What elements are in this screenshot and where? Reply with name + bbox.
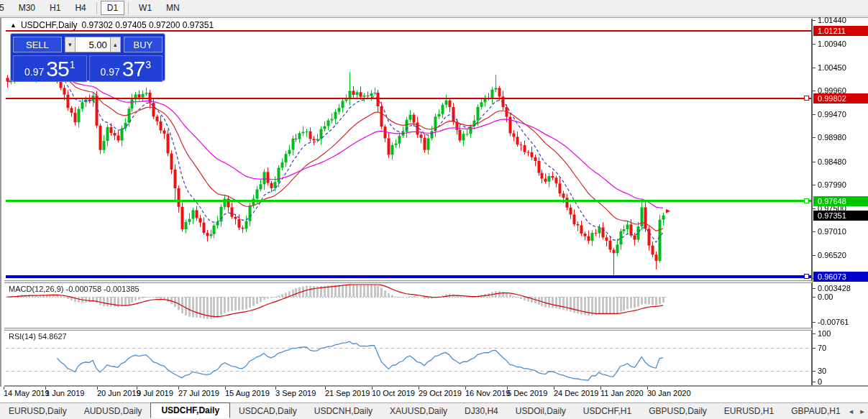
panel-divider[interactable] xyxy=(4,328,868,331)
price-tick-label: 0.98980 xyxy=(818,133,846,142)
chart-tab-dj30-h4[interactable]: DJ30,H4 xyxy=(456,404,507,418)
panel-divider xyxy=(4,385,868,387)
date-label: 14 May 2019 xyxy=(4,389,50,397)
one-click-trade-panel: SELL ▾ ▴ BUY 0.97 35 1 0.97 37 3 xyxy=(10,33,165,81)
buy-price-button[interactable]: 0.97 37 3 xyxy=(89,55,163,82)
chart-tab-usdcad-daily[interactable]: USDCAD,Daily xyxy=(230,404,306,418)
chart-tab-audusd-daily[interactable]: AUDUSD,Daily xyxy=(76,404,151,418)
price-tick-label: 1.00450 xyxy=(818,63,846,72)
date-label: 20 Jun 2019 xyxy=(97,389,141,397)
sell-price-prefix: 0.97 xyxy=(24,66,44,78)
chart-tab-usdchf-h1[interactable]: USDCHF,H1 xyxy=(575,404,640,418)
price-tick-label: 0.98480 xyxy=(818,157,846,166)
date-label: 16 Nov 2019 xyxy=(465,389,510,397)
chart-title-row: ▲ USDCHF,Daily 0.97302 0.97405 0.97200 0… xyxy=(10,20,214,30)
timeframe-button-m30[interactable]: M30 xyxy=(12,1,42,15)
buy-price-big: 37 xyxy=(122,59,145,79)
macd-axis-label: -0.00761 xyxy=(818,318,849,326)
date-label: 21 Sep 2019 xyxy=(325,389,370,397)
toolbar-separator xyxy=(128,2,129,14)
date-label: 27 Jul 2019 xyxy=(178,389,219,397)
sell-button[interactable]: SELL xyxy=(13,37,62,52)
toolbar-separator xyxy=(96,2,97,14)
volume-decrease-button[interactable]: ▾ xyxy=(65,37,76,52)
sell-price-pip: 1 xyxy=(70,59,76,70)
timeframe-button-5[interactable]: 5 xyxy=(0,1,11,15)
volume-spinner: ▾ ▴ xyxy=(65,37,121,52)
horizontal-line-0.96073[interactable] xyxy=(6,275,811,278)
date-label: 1 Jun 2019 xyxy=(45,389,84,397)
date-label: 29 Oct 2019 xyxy=(419,389,462,397)
line-selection-handle[interactable] xyxy=(804,96,809,101)
rsi-axis-label: 30 xyxy=(818,367,826,375)
date-label: 11 Jan 2020 xyxy=(600,389,644,397)
rsi-label-row: RSI(14) 54.8627 xyxy=(9,332,67,341)
horizontal-line-0.97648[interactable] xyxy=(6,200,811,202)
horizontal-line-1.01211[interactable] xyxy=(6,30,811,32)
price-tick-label: 0.96520 xyxy=(818,251,846,259)
price-axis[interactable]: 1.014401.009401.004500.999600.994700.989… xyxy=(812,19,868,385)
date-label: 3 Sep 2019 xyxy=(275,389,316,397)
line-selection-handle[interactable] xyxy=(804,198,809,203)
sell-price-big: 35 xyxy=(46,59,68,79)
panel-divider[interactable] xyxy=(4,280,868,283)
arrow-up-icon: ▴ xyxy=(114,41,117,48)
rsi-label: RSI(14) xyxy=(9,332,36,341)
buy-price-pip: 3 xyxy=(145,59,151,70)
date-label: 15 Aug 2019 xyxy=(225,389,270,397)
chart-tab-usdoil-daily[interactable]: USDOil,Daily xyxy=(507,404,575,418)
tab-scroll-right-button[interactable]: ▸ xyxy=(860,407,864,416)
macd-axis-label: 0.003428 xyxy=(818,284,851,293)
rsi-indicator-canvas[interactable] xyxy=(6,331,811,385)
price-tick-label: 0.99470 xyxy=(818,110,846,119)
volume-increase-button[interactable]: ▴ xyxy=(110,37,121,52)
macd-label-row: MACD(12,26,9) -0.000758 -0.001385 xyxy=(9,285,140,293)
price-badge-0-97351: 0.97351 xyxy=(813,211,868,221)
timeframe-button-d1[interactable]: D1 xyxy=(101,1,124,15)
macd-signal-value: -0.001385 xyxy=(104,285,140,293)
date-label: 9 Jul 2019 xyxy=(137,389,173,397)
chart-tab-eurusd-h1[interactable]: EURUSD,H1 xyxy=(716,404,782,418)
horizontal-line-0.99802[interactable] xyxy=(6,98,811,99)
arrow-down-icon: ▾ xyxy=(68,41,72,48)
date-label: 5 Dec 2019 xyxy=(507,389,547,397)
volume-input[interactable] xyxy=(76,37,110,52)
chart-ohlc-values: 0.97302 0.97405 0.97200 0.97351 xyxy=(82,20,214,30)
price-tick-label: 1.01440 xyxy=(818,16,846,24)
price-badge-0-99802: 0.99802 xyxy=(813,93,868,103)
rsi-axis-label: 0 xyxy=(818,377,822,386)
date-label: 10 Oct 2019 xyxy=(372,389,415,397)
price-tick-label: 1.00940 xyxy=(818,40,846,48)
chart-tab-xauusd-daily[interactable]: XAUUSD,Daily xyxy=(381,404,456,418)
tab-scroll-left-button[interactable]: ◂ xyxy=(849,407,854,416)
date-label: 24 Dec 2019 xyxy=(554,389,598,397)
sell-price-button[interactable]: 0.97 35 1 xyxy=(13,55,87,82)
macd-axis-label: 0.00 xyxy=(818,293,833,301)
line-selection-handle[interactable] xyxy=(804,274,809,279)
chart-tab-usdchf-daily[interactable]: USDCHF,Daily xyxy=(150,402,230,418)
price-tick-label: 0.97010 xyxy=(818,227,846,236)
timeframe-button-w1[interactable]: W1 xyxy=(132,1,158,15)
chart-tab-gbpaud-h1[interactable]: GBPAUD,H1 xyxy=(782,404,849,418)
price-badge-1-01211: 1.01211 xyxy=(813,26,868,36)
timeframe-button-h4[interactable]: H4 xyxy=(68,1,92,15)
chart-symbol-title: USDCHF,Daily xyxy=(21,20,78,30)
collapse-chart-icon[interactable]: ▲ xyxy=(10,22,17,29)
chart-tab-eurusd-daily[interactable]: EURUSD,Daily xyxy=(0,404,76,418)
tab-scroll-arrows: ◂▸ xyxy=(849,407,868,416)
price-tick-label: 0.97990 xyxy=(818,180,846,189)
date-axis[interactable]: 14 May 20191 Jun 201920 Jun 20199 Jul 20… xyxy=(0,387,868,402)
symbol-tab-bar: EURUSD,DailyAUDUSD,DailyUSDCHF,DailyUSDC… xyxy=(0,402,868,419)
chart-tab-gbpusd-daily[interactable]: GBPUSD,Daily xyxy=(640,404,716,418)
price-badge-0-96073: 0.96073 xyxy=(813,272,868,282)
timeframe-toolbar: 5M30H1H4D1W1MN xyxy=(0,0,868,17)
macd-value: -0.000758 xyxy=(65,285,101,293)
timeframe-button-mn[interactable]: MN xyxy=(160,1,186,15)
price-badge-0-97648: 0.97648 xyxy=(813,196,868,206)
date-label: 30 Jan 2020 xyxy=(647,389,691,397)
timeframe-button-h1[interactable]: H1 xyxy=(43,1,67,15)
buy-button[interactable]: BUY xyxy=(124,37,163,52)
macd-label: MACD(12,26,9) xyxy=(9,285,63,293)
chart-tab-usdcnh-daily[interactable]: USDCNH,Daily xyxy=(306,404,381,418)
rsi-axis-label: 100 xyxy=(818,329,831,338)
